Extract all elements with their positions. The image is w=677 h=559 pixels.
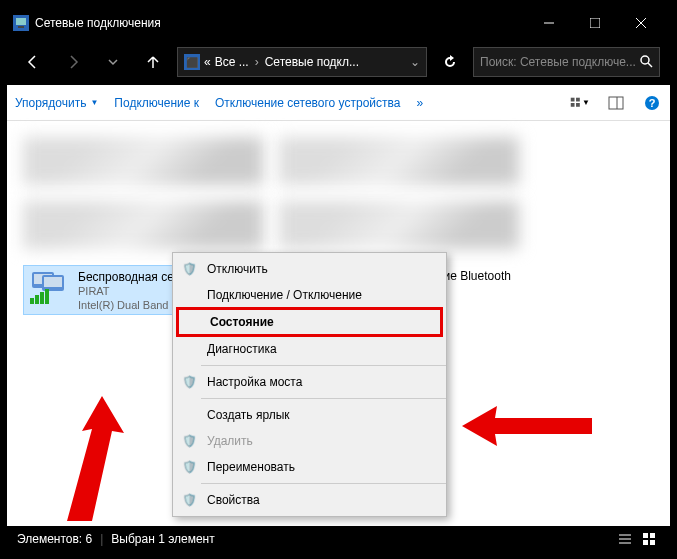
titlebar: Сетевые подключения [7,7,670,39]
statusbar: Элементов: 6 | Выбран 1 элемент [7,526,670,552]
chevron-down-icon[interactable]: ⌄ [410,55,420,69]
shield-icon: 🛡️ [181,492,197,508]
details-view-button[interactable] [614,530,636,548]
svg-rect-11 [571,103,575,107]
svg-rect-23 [40,292,44,304]
shield-icon: 🛡️ [181,374,197,390]
svg-rect-33 [650,540,655,545]
refresh-button[interactable] [435,47,465,77]
ctx-rename[interactable]: 🛡️ Переименовать [173,454,446,480]
annotation-arrow-right [457,401,597,451]
shield-icon: 🛡️ [181,459,197,475]
svg-rect-20 [44,277,62,287]
svg-rect-4 [590,18,600,28]
svg-rect-24 [45,289,49,304]
view-options-button[interactable]: ▼ [570,93,590,113]
maximize-button[interactable] [572,7,618,39]
connection-item[interactable] [23,137,263,185]
recent-dropdown[interactable] [97,46,129,78]
toolbar: Упорядочить▼ Подключение к Отключение се… [7,85,670,121]
search-placeholder: Поиск: Сетевые подключе... [480,55,636,69]
chevron-right-icon: › [253,55,261,69]
svg-point-7 [641,56,649,64]
svg-rect-10 [576,97,580,101]
location-icon: ⬛ [184,54,200,70]
search-icon[interactable] [639,54,653,71]
svg-rect-12 [576,103,580,107]
ctx-diagnostics[interactable]: Диагностика [173,336,446,362]
connection-item[interactable] [279,201,519,249]
separator [201,398,446,399]
shield-icon: 🛡️ [181,261,197,277]
ctx-delete: 🛡️ Удалить [173,428,446,454]
close-button[interactable] [618,7,664,39]
ctx-connect-disconnect[interactable]: Подключение / Отключение [173,282,446,308]
svg-rect-13 [609,97,623,109]
breadcrumb-current[interactable]: Сетевые подкл... [265,55,359,69]
forward-button[interactable] [57,46,89,78]
minimize-button[interactable] [526,7,572,39]
ctx-disable[interactable]: 🛡️ Отключить [173,256,446,282]
window-title: Сетевые подключения [35,16,526,30]
ctx-status[interactable]: Состояние [176,307,443,337]
organize-button[interactable]: Упорядочить▼ [15,96,98,110]
svg-rect-1 [16,18,26,25]
connect-button[interactable]: Подключение к [114,96,199,110]
connection-item[interactable] [279,137,519,185]
ctx-properties[interactable]: 🛡️ Свойства [173,487,446,513]
wifi-adapter-icon [28,270,72,310]
up-button[interactable] [137,46,169,78]
separator [201,483,446,484]
app-icon [13,15,29,31]
item-count: Элементов: 6 [17,532,92,546]
preview-pane-button[interactable] [606,93,626,113]
breadcrumb-parent[interactable]: Все ... [215,55,249,69]
breadcrumb[interactable]: ⬛ « Все ... › Сетевые подкл... ⌄ [177,47,427,77]
svg-rect-21 [30,298,34,304]
svg-rect-31 [650,533,655,538]
help-button[interactable]: ? [642,93,662,113]
back-button[interactable] [17,46,49,78]
icons-view-button[interactable] [638,530,660,548]
svg-text:?: ? [649,97,656,109]
ctx-shortcut[interactable]: Создать ярлык [173,402,446,428]
svg-rect-9 [571,97,575,101]
window-controls [526,7,664,39]
more-button[interactable]: » [416,96,423,110]
connection-item[interactable] [23,201,263,249]
svg-rect-22 [35,295,39,304]
navigation-bar: ⬛ « Все ... › Сетевые подкл... ⌄ Поиск: … [7,39,670,85]
separator [201,365,446,366]
svg-rect-2 [18,26,24,28]
search-input[interactable]: Поиск: Сетевые подключе... [473,47,660,77]
svg-line-8 [648,63,652,67]
disconnect-device-button[interactable]: Отключение сетевого устройства [215,96,400,110]
selection-count: Выбран 1 элемент [111,532,214,546]
annotation-arrow-left [37,391,167,531]
shield-icon: 🛡️ [181,433,197,449]
context-menu: 🛡️ Отключить Подключение / Отключение Со… [172,252,447,517]
svg-rect-30 [643,533,648,538]
svg-rect-32 [643,540,648,545]
ctx-bridge[interactable]: 🛡️ Настройка моста [173,369,446,395]
